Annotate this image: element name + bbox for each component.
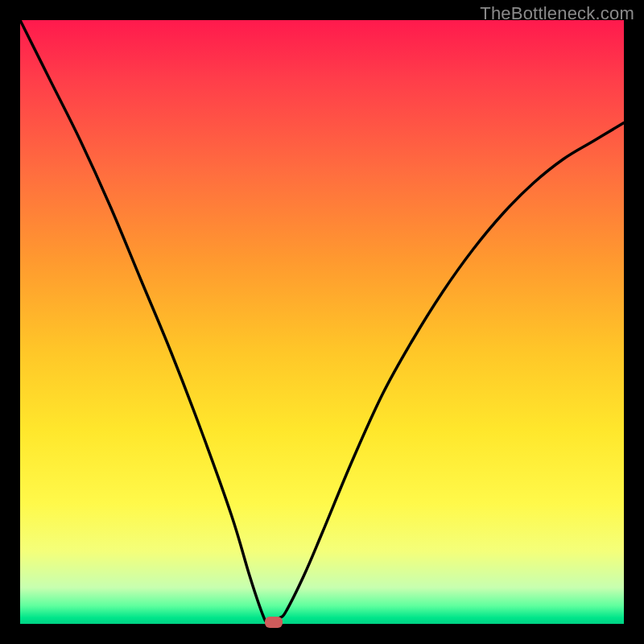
chart-svg: [20, 20, 624, 624]
chart-frame: TheBottleneck.com: [0, 0, 644, 644]
watermark-text: TheBottleneck.com: [480, 3, 634, 24]
bottleneck-curve: [20, 20, 624, 625]
optimal-point-marker: [265, 617, 283, 628]
